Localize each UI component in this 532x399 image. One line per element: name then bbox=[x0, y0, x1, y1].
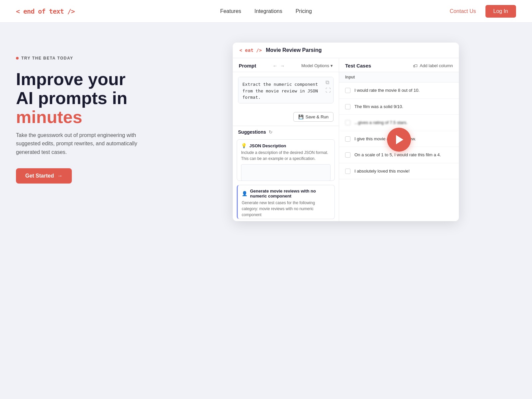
get-started-button[interactable]: Get Started → bbox=[16, 168, 72, 184]
hero-title-line2: AI prompts in bbox=[16, 88, 127, 108]
app-logo: < eat /> bbox=[239, 48, 262, 53]
add-label-button[interactable]: 🏷 Add label column bbox=[413, 63, 453, 68]
cta-label: Get Started bbox=[25, 173, 54, 179]
app-title: Movie Review Parsing bbox=[266, 47, 322, 53]
suggestion-2-title: Generate movie reviews with no numeric c… bbox=[250, 189, 331, 199]
label-icon: 🏷 bbox=[413, 63, 418, 68]
contact-link[interactable]: Contact Us bbox=[450, 8, 476, 14]
expand-icon[interactable]: ⛶ bbox=[326, 87, 331, 93]
play-button[interactable] bbox=[387, 128, 411, 152]
app-left-panel: Prompt ← → Model Options ▾ bbox=[233, 58, 339, 221]
test-case-item-2: The film was a solid 9/10. bbox=[339, 99, 459, 115]
suggestion-1-title: JSON Description bbox=[249, 143, 286, 148]
test-cases-header: Test Cases 🏷 Add label column bbox=[339, 58, 459, 72]
test-case-5-text: On a scale of 1 to 5, I would rate this … bbox=[354, 152, 441, 158]
login-button[interactable]: Log In bbox=[485, 5, 516, 18]
model-options-btn[interactable]: Model Options ▾ bbox=[301, 63, 333, 68]
copy-icon[interactable]: ⧉ bbox=[326, 79, 331, 85]
app-header: < eat /> Movie Review Parsing bbox=[233, 43, 459, 58]
save-run-icon: 💾 bbox=[298, 114, 304, 119]
hero-right: < eat /> Movie Review Parsing Prompt ← → bbox=[176, 43, 516, 221]
nav-right: Contact Us Log In bbox=[450, 5, 516, 18]
prompt-textarea[interactable] bbox=[238, 77, 333, 103]
suggestions-header: Suggestions ↻ bbox=[233, 126, 339, 137]
test-case-6-text: I absolutely loved this movie! bbox=[354, 168, 410, 175]
prompt-label: Prompt bbox=[239, 63, 256, 68]
model-options-label: Model Options bbox=[301, 63, 329, 68]
hero-title-accent: minutes bbox=[16, 107, 82, 127]
arrow-right[interactable]: → bbox=[280, 63, 285, 68]
prompt-nav-arrows: ← → bbox=[273, 63, 285, 68]
test-case-item-6: I absolutely loved this movie! bbox=[339, 163, 459, 180]
hero-section: Try the beta today Improve your AI promp… bbox=[0, 23, 532, 399]
hero-left: Try the beta today Improve your AI promp… bbox=[16, 43, 156, 184]
save-run-button[interactable]: 💾 Save & Run bbox=[293, 112, 333, 122]
test-case-2-text: The film was a solid 9/10. bbox=[354, 103, 403, 110]
logo: < end of text /> bbox=[16, 7, 75, 15]
suggestion-card-1: 💡 JSON Description Include a description… bbox=[237, 139, 335, 181]
model-options-chevron: ▾ bbox=[331, 63, 333, 68]
app-mockup: < eat /> Movie Review Parsing Prompt ← → bbox=[233, 43, 459, 221]
app-content: Prompt ← → Model Options ▾ bbox=[233, 58, 459, 221]
suggestion-card-2-header: 👤 Generate movie reviews with no numeric… bbox=[238, 185, 334, 200]
play-triangle-icon bbox=[396, 135, 403, 144]
test-case-2-checkbox[interactable] bbox=[345, 104, 350, 109]
suggestion-2-desc: Generate new test cases for the followin… bbox=[238, 200, 334, 219]
hero-title-line1: Improve your bbox=[16, 69, 125, 89]
suggestion-card-1-header: 💡 JSON Description bbox=[237, 140, 334, 150]
add-label-text: Add label column bbox=[420, 63, 453, 68]
test-case-1-checkbox[interactable] bbox=[345, 88, 350, 93]
arrow-right-icon: → bbox=[57, 173, 63, 179]
suggestion-1-desc: Include a description of the desired JSO… bbox=[237, 150, 334, 164]
hero-badge: Try the beta today bbox=[16, 56, 156, 61]
test-case-6-checkbox[interactable] bbox=[345, 169, 350, 174]
prompt-header: Prompt ← → Model Options ▾ bbox=[233, 58, 339, 72]
nav-integrations[interactable]: Integrations bbox=[254, 8, 282, 14]
save-run-label: Save & Run bbox=[306, 114, 329, 119]
prompt-area: ⧉ ⛶ bbox=[233, 72, 339, 109]
badge-text: Try the beta today bbox=[21, 56, 73, 61]
arrow-left[interactable]: ← bbox=[273, 63, 277, 68]
suggestion-1-input[interactable] bbox=[241, 164, 331, 181]
suggestion-2-icon: 👤 bbox=[242, 191, 247, 196]
save-run-row: 💾 Save & Run bbox=[233, 109, 339, 126]
test-case-3-checkbox[interactable] bbox=[345, 120, 350, 125]
nav-pricing[interactable]: Pricing bbox=[296, 8, 312, 14]
test-case-5-checkbox[interactable] bbox=[345, 152, 350, 158]
nav-links: Features Integrations Pricing bbox=[220, 8, 312, 14]
suggestions-title: Suggestions bbox=[238, 129, 266, 135]
hero-subtitle: Take the guesswork out of prompt enginee… bbox=[16, 131, 142, 157]
suggestion-card-2: 👤 Generate movie reviews with no numeric… bbox=[237, 185, 335, 219]
test-case-4-checkbox[interactable] bbox=[345, 136, 350, 142]
hero-title: Improve your AI prompts in minutes bbox=[16, 70, 156, 127]
refresh-icon[interactable]: ↻ bbox=[269, 129, 273, 135]
test-case-item-1: I would rate the movie 8 out of 10. bbox=[339, 82, 459, 99]
test-cases-title: Test Cases bbox=[345, 63, 371, 68]
suggestion-1-icon: 💡 bbox=[241, 143, 247, 148]
prompt-icons: ⧉ ⛶ bbox=[326, 79, 331, 93]
nav-features[interactable]: Features bbox=[220, 8, 241, 14]
test-case-1-text: I would rate the movie 8 out of 10. bbox=[354, 87, 420, 94]
test-input-column: Input bbox=[339, 72, 459, 82]
app-right-panel: Test Cases 🏷 Add label column Input I wo… bbox=[339, 58, 459, 221]
test-case-3-text: ...gives a rating of 7.5 stars. bbox=[354, 119, 408, 126]
badge-dot bbox=[16, 57, 19, 60]
